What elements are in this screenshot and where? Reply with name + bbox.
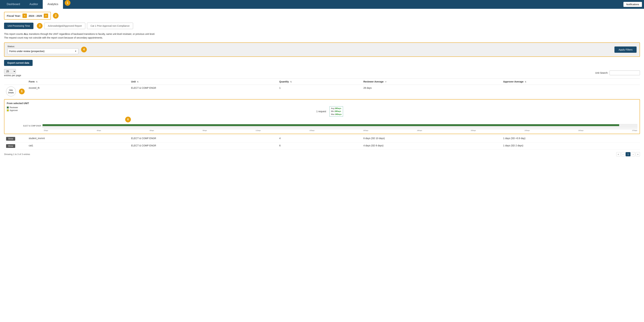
- x-label-0: 2Days: [44, 130, 48, 131]
- unit-cell-3: ELECT & COMP ENGR: [129, 142, 277, 150]
- desc-line1-post: transitions through the UNIT regardless …: [28, 33, 155, 35]
- sort-reviewer-icon: ▼: [385, 81, 387, 83]
- hide-details-button[interactable]: Hide Details: [6, 87, 16, 96]
- tab-auditor[interactable]: Auditor: [25, 0, 43, 9]
- unit-search-group: Unit Search:: [595, 71, 640, 75]
- apply-filters-button[interactable]: Apply Filters: [614, 47, 636, 53]
- bar-row: ELECT & COMP ENGR: [22, 124, 637, 128]
- fiscal-year-row: Fiscal Year: < 2024 - 2025 > 2: [4, 12, 640, 20]
- status-select[interactable]: Forms under review (prospective) Approve…: [8, 48, 78, 54]
- qty-cell-3: 6: [277, 142, 362, 150]
- fiscal-year-value: 2024 - 2025: [28, 14, 42, 17]
- x-label-10: 25Days: [578, 130, 584, 131]
- show-button-3[interactable]: Show: [6, 144, 15, 148]
- main-content: Fiscal Year: < 2024 - 2025 > 2 Unit Proc…: [0, 9, 644, 322]
- legend-reviewer-color: [7, 107, 9, 109]
- pagination-first[interactable]: «: [616, 152, 620, 156]
- bar-reviewer-fill: [42, 124, 619, 126]
- tabs-row: Unit Processing Time 3 Acknowledged/Appr…: [4, 23, 640, 29]
- tab-analytics[interactable]: Analytics: [43, 0, 63, 9]
- chart-stats-box: Avg 28Days Min 28Days Max 28Days: [330, 106, 343, 117]
- show-button-2[interactable]: Show: [6, 137, 15, 141]
- export-button[interactable]: Export current data: [4, 60, 32, 66]
- pagination: « ‹ 1 › »: [616, 152, 640, 156]
- step-badge-5: 5: [19, 89, 25, 94]
- form-cell-3: cat1: [27, 142, 129, 150]
- detail-title: From selected UNIT: [7, 102, 637, 105]
- detail-cell-1: From selected UNIT Reviewer Approver: [4, 98, 640, 135]
- data-table: Form ⇅ Unit ⇅ Quantity ⇅ Reviewer Averag…: [4, 78, 640, 150]
- bar-unit-label: ELECT & COMP ENGR: [22, 125, 42, 127]
- sort-form-icon: ⇅: [36, 81, 38, 83]
- table-row: Hide Details 5 exceed_th ELECT & COMP EN…: [4, 85, 640, 98]
- legend-approver: Approver: [7, 109, 18, 112]
- col-form: Form ⇅: [27, 78, 129, 85]
- x-label-4: 11Days: [256, 130, 261, 131]
- fiscal-label: Fiscal Year:: [7, 14, 21, 17]
- per-page-select[interactable]: 25 10 50 100: [4, 69, 16, 74]
- col-reviewer-avg: Reviewer Average ▼: [361, 78, 501, 85]
- tab-dashboard[interactable]: Dashboard: [2, 0, 25, 9]
- bar-x-axis: 2Days 4Days 6Days 9Days 11Days 13Days 16…: [44, 130, 637, 131]
- tab-unit-processing-time[interactable]: Unit Processing Time: [4, 23, 34, 29]
- legend-reviewer-label: Reviewer: [10, 106, 18, 109]
- stat-avg: Avg 28Days: [331, 107, 342, 110]
- pagination-last[interactable]: »: [636, 152, 640, 156]
- stat-min: Min 28Days: [331, 110, 342, 113]
- filter-status-group: Status: Forms under review (prospective)…: [8, 45, 78, 54]
- x-label-7: 18Days: [417, 130, 422, 131]
- approver-avg-cell-2: 1 days (SD <0.9 day): [501, 135, 640, 142]
- unit-search-input[interactable]: [610, 71, 640, 75]
- unit-cell-1: ELECT & COMP ENGR: [129, 85, 277, 98]
- showing-text: Showing 1 to 3 of 3 entries: [4, 153, 30, 156]
- sort-unit-icon: ⇅: [137, 81, 138, 83]
- x-label-3: 9Days: [202, 130, 207, 131]
- reviewer-avg-cell-3: 4 days (SD 8 days): [361, 142, 501, 150]
- hide-details-label: Hide Details: [7, 89, 15, 94]
- col-unit: Unit ⇅: [129, 78, 277, 85]
- legend-approver-label: Approver: [10, 109, 18, 112]
- tab-acknowledged-approved[interactable]: Acknowledged/Approved Report: [44, 23, 85, 29]
- pagination-page-1[interactable]: 1: [626, 152, 630, 156]
- form-cell-1: exceed_th: [27, 85, 129, 98]
- desc-line1-bold: ALL: [24, 33, 28, 35]
- reviewer-avg-cell-2: 6 days (SD 10 days): [361, 135, 501, 142]
- legend-approver-color: [7, 109, 9, 111]
- col-action: [4, 78, 27, 85]
- step-badge-6: 6: [125, 117, 131, 122]
- stat-max: Max 28Days: [331, 113, 342, 116]
- form-cell-2: student_invmnt: [27, 135, 129, 142]
- navbar: Dashboard Auditor Analytics 1 Notificati…: [0, 0, 644, 9]
- x-label-8: 20Days: [471, 130, 476, 131]
- legend-reviewer: Reviewer: [7, 106, 18, 109]
- fiscal-next-button[interactable]: >: [44, 14, 48, 18]
- stat-avg-value: 28Days: [335, 107, 341, 109]
- tab-cat1-prior-approval[interactable]: Cat 1 Prior Approval non-Compliance: [87, 23, 133, 29]
- chart-header-row: 1 request Avg 28Days Min 28Days Max 28Da…: [22, 106, 637, 117]
- chart-legend: Reviewer Approver: [7, 106, 18, 112]
- action-cell-2: Show: [4, 135, 27, 142]
- table-footer: Showing 1 to 3 of 3 entries « ‹ 1 › »: [4, 152, 640, 156]
- action-cell-3: Show: [4, 142, 27, 150]
- step-badge-4: 4: [81, 47, 87, 52]
- fiscal-prev-button[interactable]: <: [22, 14, 27, 18]
- description: This report counts ALL transitions throu…: [4, 32, 640, 40]
- desc-line1-pre: This report counts: [4, 33, 24, 35]
- sort-approver-icon: ⇅: [525, 81, 526, 83]
- col-approver-avg: Approver Average ⇅: [501, 78, 640, 85]
- approver-avg-cell-1: [501, 85, 640, 98]
- bar-chart: ELECT & COMP ENGR: [22, 124, 637, 131]
- pagination-prev[interactable]: ‹: [621, 152, 625, 156]
- approver-avg-cell-3: 1 days (SD 2 days): [501, 142, 640, 150]
- unit-cell-2: ELECT & COMP ENGR: [129, 135, 277, 142]
- notifications-button[interactable]: Notifications: [624, 2, 642, 7]
- detail-inner-1: From selected UNIT Reviewer Approver: [4, 99, 640, 134]
- bar-track: [42, 124, 637, 128]
- table-controls: 25 10 50 100 entries per page Unit Searc…: [4, 69, 640, 77]
- step-badge-3: 3: [37, 23, 42, 29]
- table-row: Show cat1 ELECT & COMP ENGR 6 4 days (SD…: [4, 142, 640, 150]
- x-label-6: 16Days: [363, 130, 368, 131]
- pagination-next[interactable]: ›: [631, 152, 635, 156]
- detail-row-1: From selected UNIT Reviewer Approver: [4, 98, 640, 135]
- status-label: Status:: [8, 45, 78, 48]
